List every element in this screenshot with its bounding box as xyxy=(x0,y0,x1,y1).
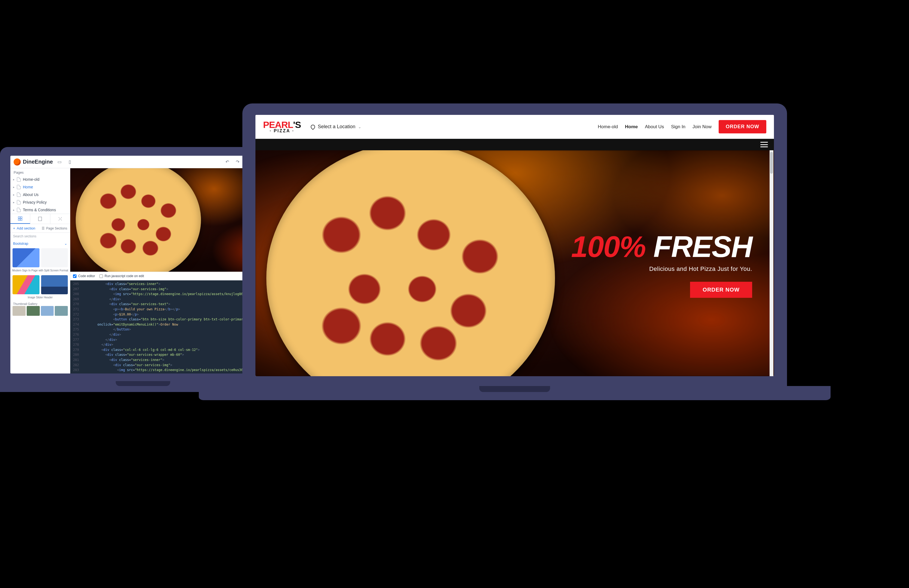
page-icon xyxy=(38,217,42,221)
scrollbar[interactable] xyxy=(770,150,773,376)
document-icon xyxy=(17,200,21,204)
template-thumb[interactable] xyxy=(41,275,68,294)
page-item[interactable]: ▸Terms & Conditions xyxy=(10,206,70,214)
document-icon xyxy=(17,185,21,189)
svg-rect-3 xyxy=(20,219,22,221)
page-item-label: Privacy Policy xyxy=(23,200,47,204)
svg-rect-0 xyxy=(18,217,20,218)
chevron-right-icon: ▸ xyxy=(13,208,15,212)
sidebar-mode-tabs xyxy=(10,214,70,224)
chevron-down-icon: ⌄ xyxy=(64,241,67,246)
location-selector[interactable]: Select a Location ⌄ xyxy=(311,124,361,129)
nav-link[interactable]: About Us xyxy=(645,124,664,129)
hero-subtitle: Delicious and Hot Pizza Just for You. xyxy=(571,265,752,273)
code-editor-toggle[interactable]: Code editor xyxy=(73,274,95,278)
location-label: Select a Location xyxy=(318,124,355,129)
editor-sidebar: Pages ▸Home-old▸Home▸About Us▸Privacy Po… xyxy=(10,168,70,373)
chevron-right-icon: ▸ xyxy=(13,178,15,181)
logo-icon xyxy=(14,158,21,165)
page-item[interactable]: ▸Home xyxy=(10,183,70,191)
gallery-thumb[interactable] xyxy=(27,306,40,316)
page-item[interactable]: ▸Home-old xyxy=(10,176,70,183)
page-item[interactable]: ▸Privacy Policy xyxy=(10,199,70,206)
undo-icon[interactable]: ↶ xyxy=(223,158,231,166)
document-icon xyxy=(17,192,21,197)
nav-link[interactable]: Sign In xyxy=(671,124,686,129)
header-order-button[interactable]: ORDER NOW xyxy=(719,120,766,133)
document-icon xyxy=(17,208,21,212)
gallery-label: Thumbnail Gallery xyxy=(10,301,70,306)
hero-headline: 100% FRESH xyxy=(571,229,752,264)
gallery-thumb[interactable] xyxy=(55,306,68,316)
redo-icon[interactable]: ↷ xyxy=(234,158,241,166)
chevron-right-icon: ▸ xyxy=(13,200,15,204)
tools-icon xyxy=(58,217,62,221)
pearls-pizza-site: PEARL'S · PIZZA · Select a Location ⌄ Ho… xyxy=(256,115,774,376)
page-item-label: Home-old xyxy=(23,177,39,182)
app-name: DineEngine xyxy=(23,159,53,165)
add-section-button[interactable]: + Add section xyxy=(13,226,36,230)
template-thumb[interactable] xyxy=(13,248,39,267)
desktop-view-icon[interactable]: ▭ xyxy=(55,158,63,166)
thumb-caption: Modern Sign In Page with Split Screen Fo… xyxy=(10,268,70,274)
tab-tools[interactable] xyxy=(50,214,70,224)
plus-icon: + xyxy=(13,226,15,230)
svg-rect-2 xyxy=(18,219,20,221)
app-logo: DineEngine xyxy=(14,158,53,165)
hero-order-button[interactable]: ORDER NOW xyxy=(690,282,752,298)
location-pin-icon xyxy=(310,124,316,130)
gallery-thumb[interactable] xyxy=(41,306,54,316)
template-thumb[interactable] xyxy=(13,275,39,294)
editor-topbar: DineEngine ▭ ▯ ↶ ↷ ⋯ ◉ ⤢ xyxy=(10,156,276,168)
page-builder-app: DineEngine ▭ ▯ ↶ ↷ ⋯ ◉ ⤢ DIV Pages ▸Home… xyxy=(10,156,276,373)
secondary-bar xyxy=(256,139,774,150)
page-item-label: Terms & Conditions xyxy=(23,208,56,212)
nav-link[interactable]: Home-old xyxy=(598,124,618,129)
template-thumb[interactable] xyxy=(41,248,68,267)
site-header: PEARL'S · PIZZA · Select a Location ⌄ Ho… xyxy=(256,115,774,139)
page-item-label: About Us xyxy=(23,192,39,197)
tab-components[interactable] xyxy=(10,214,30,224)
gallery-thumb[interactable] xyxy=(13,306,26,316)
website-laptop: PEARL'S · PIZZA · Select a Location ⌄ Ho… xyxy=(243,103,787,400)
nav-link[interactable]: Join Now xyxy=(692,124,712,129)
thumb-caption: Image Slider Header xyxy=(10,296,70,301)
chevron-right-icon: ▸ xyxy=(13,186,15,189)
brand-logo[interactable]: PEARL'S · PIZZA · xyxy=(263,121,301,133)
svg-rect-1 xyxy=(20,217,22,218)
hamburger-icon[interactable] xyxy=(760,142,768,147)
page-item[interactable]: ▸About Us xyxy=(10,191,70,199)
hero-pizza-image xyxy=(266,150,555,376)
document-icon xyxy=(17,177,21,182)
search-sections-input[interactable]: Search sections xyxy=(10,233,70,240)
list-icon: ☰ xyxy=(42,226,45,230)
chevron-right-icon: ▸ xyxy=(13,193,15,197)
mobile-view-icon[interactable]: ▯ xyxy=(66,158,74,166)
accordion-bootstrap[interactable]: Bootstrap ⌄ xyxy=(10,240,70,247)
chevron-down-icon: ⌄ xyxy=(358,125,361,129)
tab-pages[interactable] xyxy=(30,214,50,224)
hero-section: 100% FRESH Delicious and Hot Pizza Just … xyxy=(256,150,774,376)
hero-pizza-image xyxy=(76,168,201,272)
primary-nav: Home-oldHomeAbout UsSign InJoin Now xyxy=(598,124,712,129)
nav-link[interactable]: Home xyxy=(625,124,638,129)
page-sections-toggle[interactable]: ☰ Page Sections xyxy=(42,226,67,230)
components-icon xyxy=(18,216,22,221)
run-js-toggle[interactable]: Run javascript code on edit xyxy=(99,274,144,278)
pages-label: Pages xyxy=(10,168,70,176)
svg-rect-4 xyxy=(39,217,42,221)
page-item-label: Home xyxy=(23,185,33,189)
